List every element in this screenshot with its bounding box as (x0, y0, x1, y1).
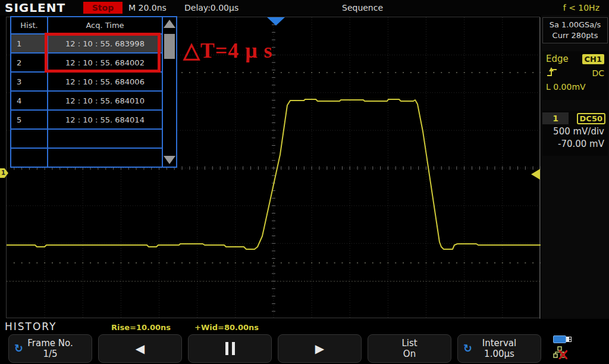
acqtime-col-header: Acq. Time (48, 17, 162, 33)
next-icon: ▶ (315, 343, 324, 354)
frame-value: 1/5 (43, 349, 57, 359)
history-index-cell: 1 (11, 34, 48, 52)
io-status-icons (553, 335, 583, 362)
interval-button[interactable]: ↻ Interval 1.00μs (457, 334, 541, 363)
list-toggle-button[interactable]: List On (368, 334, 451, 363)
trigger-info-box: Edge CH1 DC L 0.00mV (542, 51, 608, 100)
history-index-cell: 3 (11, 73, 48, 90)
scrollbar-thumb[interactable] (164, 34, 175, 59)
history-mode-label: HISTORY (5, 321, 56, 332)
history-scrollbar[interactable] (162, 17, 176, 167)
frame-label: Frame No. (27, 338, 73, 349)
rise-measurement: Rise=10.00ns (111, 323, 171, 332)
acq-mode-label: Sequence (342, 3, 383, 12)
history-row-empty (11, 149, 162, 167)
run-state-badge[interactable]: Stop (83, 2, 123, 14)
acquisition-info-box: Sa 1.00GSa/s Curr 280pts (542, 17, 608, 43)
delay-readout: Delay:0.00μs (184, 3, 238, 12)
trigger-source-badge: CH1 (582, 54, 604, 64)
history-row-empty (11, 130, 162, 149)
lan-disconnected-icon (553, 346, 583, 362)
adjust-knob-icon: ↻ (463, 343, 472, 354)
top-status-bar: SIGLENT Stop M 20.0ns Delay:0.00μs Seque… (0, 0, 609, 15)
memory-points-readout: Curr 280pts (543, 30, 607, 41)
next-frame-button[interactable]: ▶ (278, 334, 362, 363)
interval-value: 1.00μs (484, 349, 514, 359)
adjust-knob-icon: ↻ (14, 343, 23, 354)
siglent-logo: SIGLENT (5, 1, 65, 15)
softkey-menu: ↻ Frame No. 1/5 ◀ ▶ List On ↻ Interval 1… (0, 334, 609, 364)
list-value: On (403, 349, 416, 359)
rising-edge-icon (546, 67, 558, 80)
history-col-header: Hist. (11, 17, 48, 33)
history-row[interactable]: 512 : 10 : 55. 684014 (11, 111, 162, 130)
channel-number-badge: 1 (542, 112, 569, 124)
history-index-cell: 5 (11, 111, 48, 128)
channel1-info-box[interactable]: 1 DC50 500 mV/div -70.00 mV (542, 111, 608, 156)
trigger-position-marker[interactable] (267, 17, 285, 26)
trigger-level-marker[interactable] (531, 169, 540, 180)
acq-time-cell: 12 : 10 : 55. 684014 (48, 111, 162, 128)
previous-frame-button[interactable]: ◀ (98, 334, 182, 363)
history-index-cell: 2 (11, 54, 48, 71)
trigger-type-label: Edge (546, 54, 569, 64)
previous-icon: ◀ (136, 343, 145, 354)
channel-scale-readout: 500 mV/div (542, 126, 608, 137)
pause-button[interactable] (188, 334, 272, 363)
frame-number-button[interactable]: ↻ Frame No. 1/5 (8, 334, 92, 363)
scroll-up-icon[interactable] (164, 20, 175, 28)
list-label: List (401, 338, 417, 349)
trigger-frequency-readout: f < 10Hz (563, 3, 599, 12)
highlight-rectangle (45, 33, 161, 73)
history-index-cell: 4 (11, 92, 48, 109)
trigger-coupling-label: DC (592, 68, 604, 78)
scroll-down-icon[interactable] (164, 156, 175, 164)
history-row[interactable]: 412 : 10 : 55. 684010 (11, 92, 162, 111)
pause-icon (225, 342, 235, 355)
delta-t-annotation: △T=4 μ s (183, 38, 273, 63)
usb-device-icon (553, 335, 583, 343)
sample-rate-readout: Sa 1.00GSa/s (543, 20, 607, 30)
history-header-row: Hist. Acq. Time (11, 17, 162, 34)
pwidth-measurement: +Wid=80.00ns (194, 323, 259, 332)
interval-label: Interval (482, 338, 516, 349)
trigger-level-readout: L 0.00mV (546, 82, 604, 92)
channel-offset-readout: -70.00 mV (542, 139, 608, 149)
acq-time-cell: 12 : 10 : 55. 684006 (48, 73, 162, 90)
acq-time-cell: 12 : 10 : 55. 684010 (48, 92, 162, 109)
history-row[interactable]: 312 : 10 : 55. 684006 (11, 73, 162, 92)
timebase-readout: M 20.0ns (128, 3, 167, 12)
channel-impedance-badge: DC50 (577, 113, 605, 124)
right-sidebar: Sa 1.00GSa/s Curr 280pts Edge CH1 DC L 0… (541, 15, 609, 319)
